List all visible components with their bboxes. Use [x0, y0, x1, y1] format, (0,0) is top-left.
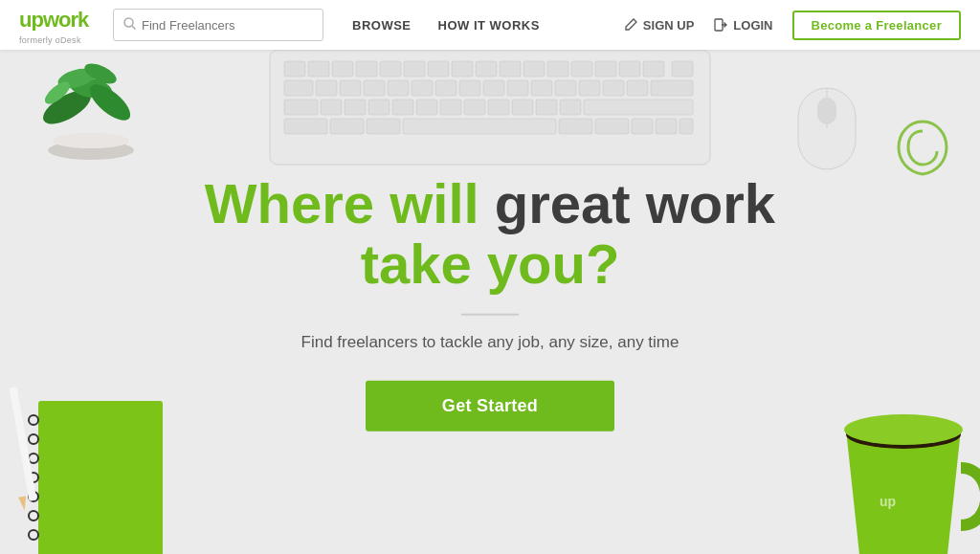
logo-subtitle: formerly oDesk [19, 35, 96, 45]
mouse-decoration [789, 69, 865, 184]
svg-rect-54 [488, 100, 509, 115]
svg-rect-18 [404, 61, 425, 77]
svg-rect-43 [603, 80, 624, 96]
svg-rect-70 [817, 98, 836, 124]
svg-point-77 [29, 511, 38, 521]
nav-browse[interactable]: BROWSE [352, 18, 412, 33]
svg-rect-3 [715, 19, 723, 31]
svg-rect-35 [412, 80, 433, 96]
svg-rect-64 [595, 119, 629, 134]
svg-rect-37 [459, 80, 480, 96]
svg-rect-19 [428, 61, 449, 77]
svg-rect-67 [679, 119, 693, 134]
svg-rect-36 [435, 80, 457, 96]
svg-rect-15 [332, 61, 353, 77]
svg-rect-28 [643, 61, 664, 77]
svg-rect-66 [656, 119, 677, 134]
notebook-decoration [10, 382, 172, 554]
paperclip-decoration [894, 117, 951, 193]
svg-rect-34 [388, 80, 409, 96]
svg-rect-20 [452, 61, 473, 77]
svg-rect-14 [308, 61, 329, 77]
search-input[interactable] [142, 18, 313, 33]
svg-rect-30 [284, 80, 313, 96]
svg-rect-16 [356, 61, 377, 77]
headline-part1: Where will [205, 171, 479, 233]
svg-rect-22 [500, 61, 521, 77]
svg-rect-49 [368, 100, 390, 115]
edit-icon [623, 17, 638, 33]
svg-point-1 [124, 18, 133, 27]
svg-rect-24 [547, 61, 568, 77]
svg-line-2 [132, 26, 136, 30]
svg-rect-17 [380, 61, 401, 77]
login-icon [713, 17, 728, 33]
svg-rect-29 [672, 61, 693, 77]
search-icon [123, 17, 136, 33]
svg-rect-27 [619, 61, 640, 77]
svg-rect-26 [595, 61, 616, 77]
svg-rect-42 [579, 80, 600, 96]
become-freelancer-button[interactable]: Become a Freelancer [792, 11, 962, 40]
svg-rect-32 [340, 80, 361, 96]
sign-up-link[interactable]: SIGN UP [623, 17, 694, 33]
svg-rect-33 [364, 80, 385, 96]
svg-rect-40 [531, 80, 552, 96]
svg-rect-31 [316, 80, 337, 96]
svg-point-78 [29, 530, 38, 540]
svg-rect-44 [627, 80, 648, 96]
logo-brand: upwork [19, 6, 96, 34]
svg-text:up: up [880, 494, 896, 509]
svg-rect-59 [284, 119, 327, 134]
svg-rect-45 [651, 80, 693, 96]
svg-rect-51 [416, 100, 437, 115]
svg-rect-58 [584, 100, 693, 115]
headline-part2: great work [495, 171, 775, 233]
nav-how-it-works[interactable]: HOW IT WORKS [438, 18, 540, 33]
svg-rect-65 [632, 119, 653, 134]
svg-rect-50 [392, 100, 413, 115]
coffee-decoration: up [827, 372, 980, 554]
plant-decoration [29, 50, 153, 165]
svg-rect-13 [284, 61, 305, 77]
svg-rect-63 [559, 119, 592, 134]
svg-rect-21 [476, 61, 497, 77]
svg-rect-46 [284, 100, 318, 115]
svg-point-82 [844, 414, 963, 445]
svg-rect-62 [403, 119, 556, 134]
keyboard-decoration [241, 50, 739, 174]
hero-content: Where will great work take you? Find fre… [155, 172, 825, 432]
svg-point-73 [29, 434, 38, 444]
svg-rect-61 [367, 119, 400, 134]
nav-right: SIGN UP LOGIN Become a Freelancer [623, 11, 961, 40]
svg-point-8 [84, 78, 136, 126]
login-link[interactable]: LOGIN [713, 17, 772, 33]
navbar: upwork formerly oDesk BROWSE HOW IT WORK… [0, 0, 980, 50]
svg-rect-55 [512, 100, 533, 115]
svg-rect-53 [464, 100, 485, 115]
svg-rect-56 [536, 100, 557, 115]
svg-rect-52 [440, 100, 461, 115]
svg-rect-25 [571, 61, 592, 77]
svg-point-5 [53, 133, 129, 148]
svg-point-74 [29, 454, 38, 463]
svg-rect-48 [345, 100, 366, 115]
svg-rect-57 [560, 100, 581, 115]
svg-rect-23 [523, 61, 545, 77]
svg-rect-47 [321, 100, 342, 115]
get-started-button[interactable]: Get Started [366, 381, 614, 432]
svg-rect-60 [330, 119, 364, 134]
svg-text:upwork: upwork [19, 8, 90, 31]
headline-part3: take you? [361, 233, 620, 295]
svg-rect-71 [38, 401, 163, 554]
svg-rect-41 [555, 80, 576, 96]
nav-links: BROWSE HOW IT WORKS [352, 18, 623, 33]
logo: upwork formerly oDesk [19, 6, 96, 45]
svg-marker-80 [18, 496, 28, 511]
svg-rect-38 [483, 80, 504, 96]
search-bar[interactable] [113, 9, 323, 41]
svg-rect-39 [507, 80, 528, 96]
hero-divider [461, 314, 519, 316]
svg-point-72 [29, 415, 38, 425]
hero-subtext: Find freelancers to tackle any job, any … [155, 333, 825, 352]
